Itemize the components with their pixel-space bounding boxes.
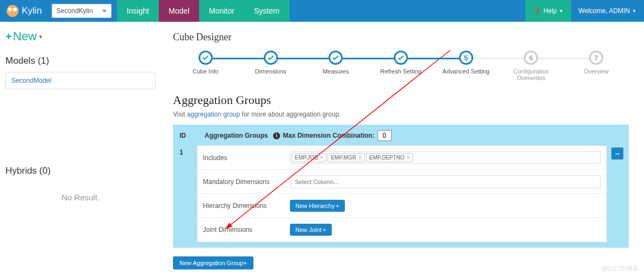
plus-icon: + (243, 260, 246, 266)
tag-emp-deptno[interactable]: EMP.DEPTNO× (366, 153, 413, 162)
page-title: Cube Designer (173, 32, 629, 43)
step-overview[interactable]: 7 Overview (564, 51, 629, 75)
project-selector[interactable]: SecondKylin (52, 4, 112, 18)
check-icon (397, 54, 405, 62)
close-icon[interactable]: × (358, 155, 362, 161)
brand[interactable]: Kylin (0, 5, 48, 17)
new-button[interactable]: + New ▾ (5, 29, 156, 44)
new-agg-group-button[interactable]: New Aggregation Group+ (173, 256, 253, 269)
step-measures[interactable]: Measures (303, 51, 368, 75)
kylin-logo-icon (7, 5, 18, 17)
new-joint-button[interactable]: New Joint+ (290, 224, 332, 236)
hierarchy-field: Hierarchy Dimensions New Hierarchy+ (197, 194, 606, 218)
mandatory-select[interactable] (290, 175, 601, 188)
nav-items: Insight Model Monitor System (117, 0, 289, 22)
user-menu[interactable]: Welcome, ADMIN ▼ (571, 0, 644, 22)
plus-icon: + (323, 226, 326, 233)
step-advanced[interactable]: 5 Advanced Setting (434, 51, 499, 75)
agg-row-id: 1 (175, 144, 197, 246)
step-cube-info[interactable]: Cube Info (173, 51, 238, 75)
id-header: ID (179, 132, 205, 139)
brand-text: Kylin (22, 5, 42, 16)
agg-link[interactable]: aggregation group (187, 111, 240, 118)
info-icon: i (273, 132, 280, 139)
hybrids-heading: Hybrids (0) (5, 165, 156, 176)
tag-emp-mgr[interactable]: EMP.MGR× (327, 153, 364, 162)
sidebar: + New ▾ Models (1) SecondModel Hybrids (… (0, 22, 163, 276)
max-combo-input[interactable] (377, 130, 392, 141)
chevron-down-icon: ▼ (632, 9, 636, 14)
mandatory-field: Mandatory Dimensions (197, 170, 606, 194)
close-icon[interactable]: × (407, 155, 410, 161)
agg-subtitle: Visit aggregation group for more about a… (173, 111, 629, 118)
max-combo-label: i Max Dimension Combination: (273, 130, 392, 141)
chevron-down-icon (102, 10, 107, 13)
help-icon: ❓ (533, 7, 541, 15)
step-config[interactable]: 6 Configuration Overwrites (499, 51, 564, 81)
agg-title: Aggregation Groups (173, 93, 629, 107)
check-icon (267, 54, 275, 62)
nav-insight[interactable]: Insight (117, 0, 159, 22)
remove-group-button[interactable]: − (611, 148, 623, 160)
main-content: Cube Designer Cube Info Dimensions Measu… (163, 22, 644, 276)
includes-field: Includes EMP.JOB× EMP.MGR× EMP.DEPTNO× (197, 146, 606, 170)
watermark: @51CTO博客 (602, 265, 639, 273)
model-item[interactable]: SecondModel (5, 72, 156, 89)
agg-group-row: 1 Includes EMP.JOB× EMP.MGR× EMP.DEPTNO× (175, 144, 627, 246)
plus-icon: + (5, 30, 12, 43)
nav-monitor[interactable]: Monitor (199, 0, 244, 22)
step-dimensions[interactable]: Dimensions (238, 51, 304, 75)
check-icon (332, 54, 339, 62)
navbar: Kylin SecondKylin Insight Model Monitor … (0, 0, 644, 22)
step-refresh[interactable]: Refresh Setting (368, 51, 434, 75)
group-header: Aggregation Groups (205, 132, 273, 139)
check-icon (202, 54, 209, 62)
help-menu[interactable]: ❓ Help ▼ (525, 0, 571, 22)
agg-groups-panel: ID Aggregation Groups i Max Dimension Co… (173, 125, 629, 248)
nav-system[interactable]: System (244, 0, 289, 22)
nav-right: ❓ Help ▼ Welcome, ADMIN ▼ (525, 0, 644, 22)
agg-header-row: ID Aggregation Groups i Max Dimension Co… (175, 127, 627, 144)
close-icon[interactable]: × (320, 155, 324, 161)
stepper: Cube Info Dimensions Measures Refresh Se… (173, 51, 629, 81)
project-name: SecondKylin (57, 7, 93, 15)
includes-tags[interactable]: EMP.JOB× EMP.MGR× EMP.DEPTNO× (290, 151, 601, 164)
tag-emp-job[interactable]: EMP.JOB× (292, 153, 326, 162)
new-hierarchy-button[interactable]: New Hierarchy+ (290, 200, 345, 212)
nav-model[interactable]: Model (159, 0, 199, 22)
joint-field: Joint Dimensions New Joint+ (197, 218, 606, 242)
agg-group-body: Includes EMP.JOB× EMP.MGR× EMP.DEPTNO× M… (197, 145, 607, 242)
no-result-text: No Result. (5, 193, 156, 202)
plus-icon: + (336, 203, 339, 209)
chevron-down-icon: ▾ (39, 33, 42, 40)
chevron-down-icon: ▼ (559, 9, 564, 14)
models-heading: Models (1) (5, 56, 156, 66)
